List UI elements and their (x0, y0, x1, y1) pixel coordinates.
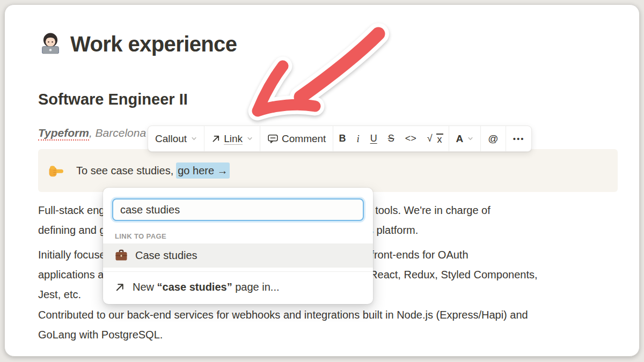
new-page-label: New “case studies” page in... (133, 281, 280, 293)
page-result-item[interactable]: Case studies (103, 243, 373, 268)
selected-text[interactable]: go here → (176, 162, 229, 179)
comment-icon (267, 133, 279, 144)
format-toolbar: Callout Link (148, 125, 532, 152)
company-location: , Barcelona (89, 127, 146, 139)
chevron-down-icon (467, 136, 473, 142)
link-popup: LINK TO PAGE Case studies New “case (103, 188, 373, 304)
link-label: Link (224, 133, 243, 145)
arrow-ne-icon (115, 282, 125, 292)
code-button[interactable]: <> (400, 126, 422, 151)
page-search-input[interactable] (112, 198, 364, 221)
page-title[interactable]: Work experience (70, 32, 237, 56)
comment-label: Comment (282, 133, 326, 145)
popup-divider (103, 271, 373, 272)
notion-page: Work experience Software Engineer II Typ… (4, 4, 640, 357)
paragraph-line: Contributed to our back-end services for… (38, 305, 528, 325)
screenshot-canvas: Work experience Software Engineer II Typ… (0, 0, 644, 362)
text-color-button[interactable]: A (449, 126, 481, 151)
paragraph-line: GoLang with PostgreSQL. (38, 325, 528, 345)
pointing-right-icon (48, 162, 64, 179)
paragraph[interactable]: Contributed to our back-end services for… (38, 305, 528, 345)
company-name: Typeform (38, 127, 89, 141)
callout-block[interactable]: To see case studies,go here → (38, 149, 618, 192)
briefcase-icon (115, 249, 128, 262)
new-page-prefix: New (133, 281, 157, 293)
company-subtitle[interactable]: Typeform, Barcelona (38, 127, 146, 139)
bold-button[interactable]: B (333, 126, 351, 151)
chevron-down-icon (191, 136, 197, 142)
section-label: LINK TO PAGE (103, 225, 373, 243)
new-page-item[interactable]: New “case studies” page in... (103, 273, 373, 301)
turn-into-button[interactable]: Callout (148, 126, 204, 151)
callout-text: To see case studies,go here → (76, 165, 230, 177)
underline-button[interactable]: U (365, 126, 383, 151)
callout-text-plain: To see case studies, (76, 165, 173, 176)
more-button[interactable]: ••• (506, 126, 532, 151)
new-page-suffix: page in... (232, 281, 280, 293)
strikethrough-button[interactable]: S (383, 126, 400, 151)
comment-button[interactable]: Comment (260, 126, 333, 151)
section-heading[interactable]: Software Engineer II (38, 91, 188, 108)
new-page-query: “case studies” (157, 281, 232, 293)
page-title-row: Work experience (38, 32, 237, 56)
woman-technologist-icon (38, 32, 63, 56)
arrow-ne-icon (211, 134, 221, 143)
text-color-label: A (456, 133, 464, 145)
mention-button[interactable]: @ (481, 126, 505, 151)
result-label: Case studies (135, 249, 197, 262)
chevron-down-icon (247, 136, 253, 142)
sqrt-sign: √ (427, 133, 433, 144)
sqrt-x: x (436, 134, 443, 144)
link-button[interactable]: Link (204, 126, 260, 151)
italic-button[interactable]: i (351, 126, 364, 151)
equation-button[interactable]: √x (422, 126, 449, 151)
turn-into-label: Callout (155, 133, 187, 145)
